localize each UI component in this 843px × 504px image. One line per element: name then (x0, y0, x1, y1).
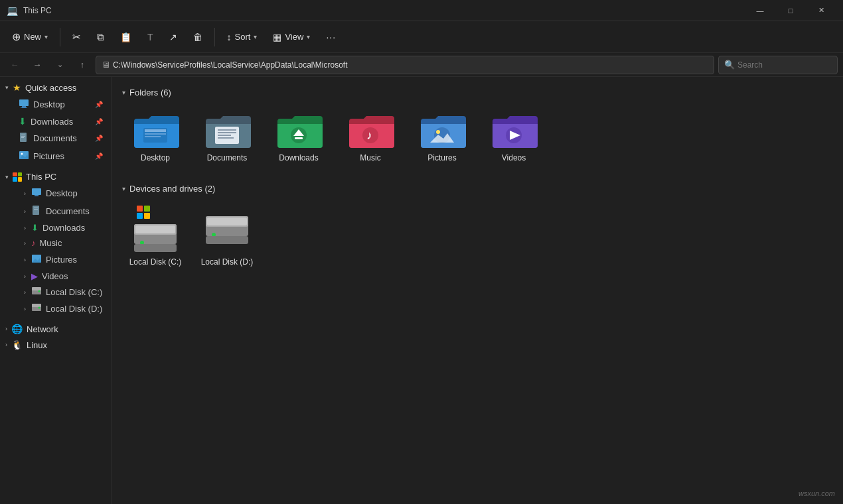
svg-rect-1 (22, 106, 26, 107)
folder-downloads[interactable]: Downloads (266, 104, 332, 168)
cut-icon: ✂ (72, 31, 81, 43)
folder-music[interactable]: ♪ Music (337, 104, 404, 168)
back-button[interactable]: ← (5, 56, 24, 74)
music-folder-label: Music (360, 153, 380, 162)
forward-button[interactable]: → (28, 56, 46, 74)
drive-c-label: Local Disk (C:) (129, 257, 182, 267)
desktop-thispc-icon (31, 187, 42, 200)
minimize-button[interactable]: — (745, 0, 775, 21)
folders-section-header[interactable]: ▾ Folders (6) (122, 82, 832, 104)
sort-button[interactable]: ↕ Sort ▾ (220, 28, 264, 46)
sidebar-thispc-header[interactable]: ▾ This PC (0, 169, 111, 184)
svg-rect-29 (218, 132, 236, 133)
network-icon: 🌐 (11, 324, 23, 334)
toolbar: ⊕ New ▾ ✂ ⧉ 📋 T ↗ 🗑 ↕ Sort ▾ ▦ View ▾ ··… (0, 21, 843, 53)
svg-rect-14 (34, 209, 38, 210)
svg-text:♪: ♪ (366, 129, 372, 142)
svg-rect-18 (32, 287, 41, 290)
cut-button[interactable]: ✂ (66, 27, 88, 47)
path-icon: 🖥 (102, 60, 110, 70)
title-text: This PC (23, 6, 52, 15)
svg-rect-0 (19, 99, 29, 106)
path-bar[interactable]: 🖥 C:\Windows\ServiceProfiles\LocalServic… (96, 56, 714, 74)
linux-label: Linux (27, 340, 47, 350)
folders-title: Folders (6) (129, 88, 171, 97)
downloads-icon: ⬇ (19, 116, 27, 127)
view-button[interactable]: ▦ View ▾ (266, 28, 317, 46)
folder-desktop[interactable]: Desktop (122, 104, 189, 168)
share-button[interactable]: ↗ (163, 28, 184, 46)
sidebar-desktop-qa-label: Desktop (33, 99, 65, 109)
svg-rect-31 (218, 137, 234, 139)
music-thispc-icon: ♪ (31, 238, 36, 248)
svg-point-19 (38, 290, 40, 292)
drives-section-header[interactable]: ▾ Devices and drives (2) (122, 178, 832, 200)
svg-rect-25 (145, 133, 166, 135)
new-button[interactable]: ⊕ New ▾ (5, 27, 54, 47)
chevron-diskc-icon: › (24, 289, 26, 296)
maximize-button[interactable]: □ (775, 0, 806, 21)
drive-c[interactable]: Local Disk (C:) (122, 200, 189, 272)
sidebar-thispc-downloads-label: Downloads (42, 223, 85, 233)
sidebar-item-desktop-qa[interactable]: Desktop 📌 (3, 95, 108, 113)
sidebar-quickaccess-header[interactable]: ▾ ★ Quick access (0, 80, 111, 95)
sidebar-network-header[interactable]: › 🌐 Network (0, 321, 111, 337)
svg-point-38 (436, 130, 440, 134)
delete-button[interactable]: 🗑 (187, 28, 209, 46)
rename-button[interactable]: T (141, 28, 160, 46)
svg-rect-13 (34, 208, 38, 208)
sidebar-thispc-documents[interactable]: › Documents (3, 202, 108, 220)
folder-documents[interactable]: Documents (194, 104, 260, 168)
chevron-diskd-icon: › (24, 306, 26, 312)
documents-thispc-icon (31, 205, 42, 218)
svg-rect-11 (35, 195, 38, 196)
videos-folder-icon (490, 109, 538, 149)
folder-pictures[interactable]: Pictures (409, 104, 475, 168)
title-bar: 💻 This PC — □ ✕ (0, 0, 843, 21)
sidebar-thispc-disk-d[interactable]: › Local Disk (D:) (3, 300, 108, 317)
new-chevron-icon: ▾ (44, 33, 48, 40)
close-button[interactable]: ✕ (806, 0, 836, 21)
sidebar-thispc-desktop[interactable]: › Desktop (3, 184, 108, 202)
up-button[interactable]: ↑ (73, 56, 92, 74)
svg-rect-21 (32, 304, 41, 307)
desktop-folder-icon (131, 109, 179, 149)
pictures-thispc-icon (31, 253, 42, 266)
drives-chevron-icon: ▾ (122, 185, 125, 192)
toolbar-divider-2 (214, 28, 215, 46)
pin-icon-pic: 📌 (95, 153, 103, 160)
svg-rect-12 (33, 206, 39, 215)
sort-icon: ↕ (227, 32, 232, 42)
sidebar-thispc-pictures[interactable]: › Pictures (3, 251, 108, 269)
documents-folder-label: Documents (207, 153, 248, 162)
sidebar-thispc-pictures-label: Pictures (46, 255, 77, 265)
thispc-icon (13, 172, 22, 182)
paste-button[interactable]: 📋 (114, 28, 138, 46)
sidebar-item-documents-qa[interactable]: Documents 📌 (3, 129, 108, 147)
drive-d[interactable]: Local Disk (D:) (194, 200, 260, 272)
sidebar-item-downloads-qa[interactable]: ⬇ Downloads 📌 (3, 113, 108, 129)
sidebar-pictures-qa-label: Pictures (33, 151, 64, 161)
svg-rect-51 (206, 236, 248, 244)
more-button[interactable]: ··· (319, 28, 343, 46)
sidebar-thispc-music[interactable]: › ♪ Music (3, 235, 108, 251)
folders-chevron-icon: ▾ (122, 89, 125, 96)
svg-rect-5 (21, 136, 25, 137)
sidebar-thispc-music-label: Music (40, 238, 62, 248)
sidebar-item-pictures-qa[interactable]: Pictures 📌 (3, 147, 108, 165)
recent-button[interactable]: ⌄ (50, 56, 69, 74)
folder-videos[interactable]: Videos (481, 104, 547, 168)
sidebar-linux-header[interactable]: › 🐧 Linux (0, 337, 111, 353)
pin-icon-doc: 📌 (95, 135, 103, 142)
quickaccess-label: Quick access (25, 83, 76, 93)
sidebar-thispc-downloads[interactable]: › ⬇ Downloads (3, 220, 108, 235)
copy-icon: ⧉ (97, 31, 104, 43)
search-input[interactable] (737, 60, 832, 70)
sort-chevron-icon: ▾ (254, 33, 257, 40)
sidebar-thispc-disk-c[interactable]: › Local Disk (C:) (3, 284, 108, 300)
downloads-folder-label: Downloads (279, 153, 318, 162)
desktop-folder-label: Desktop (141, 153, 170, 162)
copy-button[interactable]: ⧉ (90, 27, 111, 47)
sidebar-thispc-videos[interactable]: › ▶ Videos (3, 269, 108, 284)
folders-grid: Desktop Documents (122, 104, 832, 178)
